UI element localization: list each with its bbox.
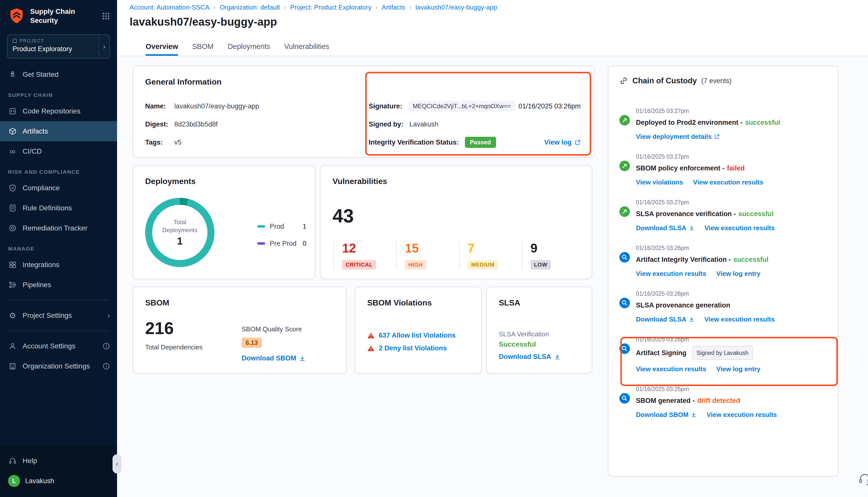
download-icon xyxy=(689,225,695,231)
breadcrumb: Account: Automation-SSCA › Organization:… xyxy=(130,3,497,11)
donut-center-label: Total Deployments xyxy=(157,218,202,234)
view-execution-results-link[interactable]: View execution results xyxy=(706,410,777,420)
sbom-title: SBOM xyxy=(145,298,334,308)
sbom-violations-title: SBOM Violations xyxy=(367,298,469,308)
custody-event-list: 01/16/2025 03:27pm Deployed to Prod2 env… xyxy=(619,108,827,420)
sidebar-item-artifacts[interactable]: Artifacts xyxy=(0,121,117,141)
sidebar-item-get-started[interactable]: Get Started xyxy=(0,65,117,85)
breadcrumb-organization[interactable]: Organization: default xyxy=(220,3,280,11)
divider xyxy=(8,300,109,300)
blocks-icon xyxy=(8,261,17,269)
sidebar-item-project-settings[interactable]: ⚙ Project Settings › xyxy=(0,306,117,326)
view-execution-results-link[interactable]: View execution results xyxy=(704,314,775,324)
page-title: lavakush07/easy-buggy-app xyxy=(130,16,277,28)
gear-icon: ⚙ xyxy=(8,312,17,320)
view-log-entry-link[interactable]: View log entry xyxy=(716,364,760,374)
custody-event-integrity-verification: 01/16/2025 03:26pm Artifact Integrity Ve… xyxy=(619,244,827,279)
support-chat-icon[interactable] xyxy=(858,472,868,486)
view-violations-link[interactable]: View violations xyxy=(636,177,683,187)
sbom-quality-score-label: SBOM Quality Score xyxy=(242,325,305,333)
severity-medium: 7 MEDIUM xyxy=(459,241,522,270)
download-slsa-link[interactable]: Download SLSA xyxy=(636,223,695,233)
scan-event-icon xyxy=(619,343,630,354)
legend-item-pre-prod: Pre Prod 0 xyxy=(257,238,306,249)
download-sbom-link[interactable]: Download SBOM xyxy=(242,354,305,362)
breadcrumb-current-artifact[interactable]: lavakush07/easy-buggy-app xyxy=(416,3,497,11)
view-execution-results-link[interactable]: View execution results xyxy=(636,269,706,279)
view-log-entry-link[interactable]: View log entry xyxy=(716,269,760,279)
tab-sbom[interactable]: SBOM xyxy=(192,42,213,56)
pipeline-event-icon xyxy=(619,206,630,217)
module-switcher-icon[interactable] xyxy=(102,12,110,20)
pipeline-event-icon xyxy=(619,161,630,171)
download-slsa-link[interactable]: Download SLSA xyxy=(499,353,560,361)
sidebar-collapse-handle[interactable]: ‹ xyxy=(113,454,122,473)
deployments-legend: Prod 1 Pre Prod 0 xyxy=(257,221,306,255)
breadcrumb-account[interactable]: Account: Automation-SSCA xyxy=(130,3,209,11)
sidebar-footer: Help L Lavakush xyxy=(0,446,117,497)
sidebar-item-code-repositories[interactable]: Code Repositories xyxy=(0,101,117,121)
view-deployment-details-link[interactable]: View deployment details xyxy=(636,131,720,142)
sidebar-item-pipelines[interactable]: Pipelines xyxy=(0,275,117,295)
signature-timestamp: 01/16/2025 03:26pm xyxy=(518,102,581,110)
pipeline-event-icon xyxy=(619,115,630,126)
project-icon xyxy=(13,39,17,43)
slsa-card: SLSA SLSA Verification Successful Downlo… xyxy=(486,287,592,373)
artifact-name-value: lavakush07/easy-buggy-app xyxy=(174,102,259,110)
sbom-card: SBOM 216 Total Dependencies SBOM Quality… xyxy=(132,287,347,373)
info-icon[interactable] xyxy=(102,342,110,350)
warning-icon xyxy=(367,332,375,339)
sidebar-item-organization-settings[interactable]: Organization Settings xyxy=(0,356,117,376)
tags-value: v5 xyxy=(174,139,182,146)
download-sbom-link[interactable]: Download SBOM xyxy=(636,410,697,420)
headset-icon xyxy=(8,457,17,465)
tab-bar: Overview SBOM Deployments Vulnerabilitie… xyxy=(117,39,868,56)
sidebar-item-cicd[interactable]: ∞ CI/CD xyxy=(0,141,117,161)
tab-overview[interactable]: Overview xyxy=(146,42,178,56)
deployments-donut-chart: Total Deployments 1 xyxy=(145,198,214,267)
view-execution-results-link[interactable]: View execution results xyxy=(693,177,763,187)
sidebar-item-compliance[interactable]: Compliance xyxy=(0,178,117,198)
chain-of-custody-title: Chain of Custody xyxy=(632,76,697,85)
external-link-icon xyxy=(714,134,720,139)
sidebar-item-integrations[interactable]: Integrations xyxy=(0,255,117,275)
severity-high: 15 HIGH xyxy=(396,241,459,270)
info-icon[interactable] xyxy=(102,363,110,370)
allow-list-violations-link[interactable]: 637 Allow list Violations xyxy=(379,331,456,339)
tab-vulnerabilities[interactable]: Vulnerabilities xyxy=(284,42,329,56)
scan-event-icon xyxy=(619,252,630,262)
severity-critical: 12 CRITICAL xyxy=(334,241,396,270)
integrity-status-label: Integrity Verification Status: xyxy=(369,139,459,146)
deny-list-violations-link[interactable]: 2 Deny list Violations xyxy=(379,344,447,352)
custody-event-slsa-generation: 01/16/2025 03:26pm SLSA provenance gener… xyxy=(619,290,827,324)
download-slsa-link[interactable]: Download SLSA xyxy=(636,314,695,324)
sidebar-item-remediation-tracker[interactable]: Remediation Tracker xyxy=(0,218,117,238)
sidebar-item-rule-definitions[interactable]: Rule Definitions xyxy=(0,198,117,218)
sidebar-item-help[interactable]: Help xyxy=(0,451,117,471)
pre-prod-legend-swatch xyxy=(257,242,265,245)
code-repository-icon xyxy=(8,107,17,115)
custody-event-artifact-signing: 01/16/2025 03:26pm Artifact SigningSigne… xyxy=(619,336,827,374)
breadcrumb-project[interactable]: Project: Product Exploratory xyxy=(290,3,372,11)
high-badge: HIGH xyxy=(405,260,426,270)
user-menu[interactable]: L Lavakush xyxy=(0,471,117,491)
signed-by-chip: Signed by Lavakush xyxy=(692,346,753,360)
breadcrumb-artifacts[interactable]: Artifacts xyxy=(382,3,405,11)
view-execution-results-link[interactable]: View execution results xyxy=(636,364,706,374)
view-execution-results-link[interactable]: View execution results xyxy=(704,223,775,233)
organization-icon xyxy=(8,362,17,370)
section-supply-chain: SUPPLY CHAIN xyxy=(0,85,117,101)
deployments-card: Deployments Total Deployments 1 Prod 1 P… xyxy=(132,165,316,279)
user-name: Lavakush xyxy=(25,477,54,485)
sidebar-item-account-settings[interactable]: Account Settings xyxy=(0,336,117,356)
chevron-separator-icon: › xyxy=(284,3,286,11)
artifacts-cube-icon xyxy=(8,127,17,135)
sidebar-header: Supply Chain Security xyxy=(0,0,117,29)
total-dependencies-count: 216 xyxy=(145,318,173,338)
view-log-link[interactable]: View log xyxy=(544,139,581,146)
signed-by-value: Lavakush xyxy=(409,120,438,128)
tab-deployments[interactable]: Deployments xyxy=(227,42,270,56)
total-dependencies-label: Total Dependencies xyxy=(145,343,202,351)
chain-of-custody-card: Chain of Custody (7 events) 01/16/2025 0… xyxy=(608,66,838,477)
project-selector[interactable]: PROJECT Product Exploratory › xyxy=(7,34,110,58)
